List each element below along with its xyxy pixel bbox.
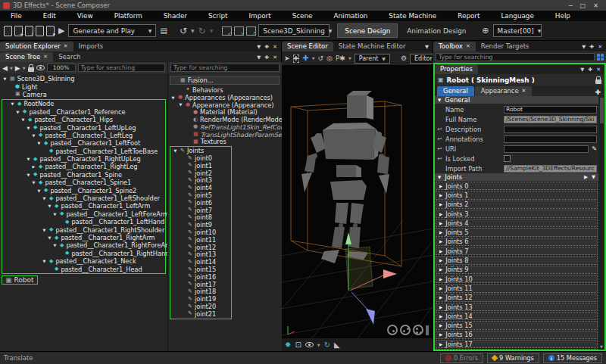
warnings-button[interactable]: 9 Warnings xyxy=(487,353,539,363)
tree-node[interactable]: ✎joint21 xyxy=(170,310,231,318)
expand-all-icon[interactable]: ▶ xyxy=(584,174,588,180)
tab-scene-editor[interactable]: Scene Editor xyxy=(282,42,333,51)
tree-node[interactable]: ▼◆pasted__Character1_LeftLeg xyxy=(2,132,165,139)
joints-group-row[interactable]: ▶Joints 2 xyxy=(436,201,598,209)
new-file-button[interactable] xyxy=(4,26,12,36)
tab-scene-tree[interactable]: Scene Tree✕ xyxy=(0,52,53,62)
maximize-button[interactable]: □ xyxy=(580,2,586,9)
tree-node[interactable]: ▼✎Joints xyxy=(170,147,231,154)
generate-play-select[interactable]: Generate and Play ▼ xyxy=(68,24,156,37)
dropdown-icon[interactable]: ▼ xyxy=(582,44,586,50)
expander-icon[interactable]: ▼ xyxy=(52,212,58,216)
expander-icon[interactable]: ▶ xyxy=(439,193,442,198)
expander-icon[interactable]: ▶ xyxy=(439,305,442,310)
build-list-icon[interactable]: ▤ xyxy=(158,26,168,35)
tree-node[interactable]: ▼●Appearances (Appearances) xyxy=(168,94,282,101)
add-file-button[interactable]: + xyxy=(14,26,23,36)
viewport-3d[interactable] xyxy=(282,65,433,338)
tree-node[interactable]: ▼◆pasted__Character1_RightShoulder xyxy=(2,226,165,233)
dropdown-icon[interactable]: ▼ xyxy=(425,44,429,50)
expander-icon[interactable]: ▼ xyxy=(15,110,20,114)
tree-node[interactable]: ▼◆pasted__Character1_LeftUpLeg xyxy=(2,123,165,131)
tree-node[interactable]: ▼◆pasted__Character1_Reference xyxy=(2,108,165,116)
play-icon[interactable]: ▶ xyxy=(57,26,66,36)
orbit-control-icon[interactable] xyxy=(413,325,423,335)
joints-group-row[interactable]: ▶Joints 5 xyxy=(436,228,598,236)
add-tab-icon[interactable]: ✚ xyxy=(595,89,602,96)
reset-icon[interactable]: ↩ xyxy=(436,155,443,162)
property-row[interactable]: ↩Annotations xyxy=(435,134,598,144)
tree-node[interactable]: ▣Camera xyxy=(0,91,167,98)
frame-select-icon[interactable]: ⊡ xyxy=(295,341,301,349)
refresh-view-icon[interactable]: ↻ xyxy=(324,341,330,349)
visibility-eye-icon[interactable] xyxy=(305,342,314,347)
expander-icon[interactable]: ▼ xyxy=(42,196,47,201)
tree-node[interactable]: ▼◆pasted__Character1_RightForeArm xyxy=(2,241,165,249)
orbit-control-icon[interactable] xyxy=(400,325,411,335)
joints-group-row[interactable]: ▶Joints 18 xyxy=(436,349,598,350)
undo-button[interactable]: ↺ xyxy=(178,26,189,36)
reset-icon[interactable]: ↩ xyxy=(436,135,443,142)
joints-group-row[interactable]: ▶Joints 3 xyxy=(436,210,598,218)
close-icon[interactable]: ✕ xyxy=(522,88,526,94)
tree-node[interactable]: ✎joint12 xyxy=(170,244,231,251)
tree-node[interactable]: ▼◆pasted__Character1_Spine xyxy=(2,171,165,179)
reset-icon[interactable]: ↩ xyxy=(436,145,443,152)
tree-node[interactable]: ▶◆pasted__Character1_RightLeg xyxy=(2,163,165,170)
redo-button[interactable]: ↻ xyxy=(197,26,208,36)
tree-node[interactable]: ▼◆pasted__Character1_Hips xyxy=(2,116,165,123)
tree-node[interactable]: ✦Behaviors xyxy=(168,86,282,94)
close-icon[interactable]: ✕ xyxy=(273,54,277,61)
tab-toolbox[interactable]: Toolbox✕ xyxy=(433,42,476,51)
tree-node[interactable]: ✎joint3 xyxy=(170,177,231,185)
expander-icon[interactable]: ▶ xyxy=(439,267,442,272)
expander-icon[interactable]: ▶ xyxy=(439,258,442,263)
tree-node[interactable]: ✎joint6 xyxy=(170,199,231,207)
paste-button[interactable]: ▾ xyxy=(46,26,55,36)
rotate-tool-icon[interactable]: ↺ xyxy=(318,55,324,62)
menu-script[interactable]: Script xyxy=(198,11,239,21)
joints-group-row[interactable]: ▶Joints 17 xyxy=(436,340,598,348)
tree-node[interactable]: ▼◆pasted__Character1_LeftFoot xyxy=(2,139,165,147)
joints-group-row[interactable]: ▶Joints 6 xyxy=(436,238,598,246)
menu-shader[interactable]: Shader xyxy=(153,11,198,21)
full-name-field[interactable] xyxy=(504,116,597,123)
expander-icon[interactable]: ▼ xyxy=(52,243,58,247)
tree-node[interactable]: ●Light xyxy=(0,82,167,90)
tree-node[interactable]: ✎joint9 xyxy=(170,221,231,229)
scene-export-button[interactable]: ↗ xyxy=(246,26,256,36)
gizmo-tool-icon[interactable]: ✚ xyxy=(302,54,308,62)
menu-file[interactable]: File xyxy=(0,11,33,21)
select-tool-icon[interactable]: ➤ xyxy=(284,55,290,62)
tree-node[interactable]: ▼◆pasted__Character1_Spine1 xyxy=(2,179,165,186)
scrollbar-down-icon[interactable]: ▼ xyxy=(600,344,603,349)
close-icon[interactable]: ✕ xyxy=(598,44,602,50)
gizmo-caret-icon[interactable]: ▼ xyxy=(312,56,315,61)
uri-field[interactable] xyxy=(504,145,589,153)
tree-node[interactable]: ✎joint10 xyxy=(170,229,231,236)
close-icon[interactable]: ✕ xyxy=(64,43,68,49)
expander-icon[interactable]: ▶ xyxy=(439,239,442,244)
joints-group-row[interactable]: ▶Joints 4 xyxy=(436,219,598,227)
menu-import[interactable]: Import xyxy=(238,11,281,21)
tree-node[interactable]: ✎joint8 xyxy=(170,214,231,222)
menu-scene[interactable]: Scene xyxy=(282,11,323,21)
expander-icon[interactable]: ▶ xyxy=(439,295,442,300)
expander-icon[interactable]: ▼ xyxy=(31,180,36,185)
expander-icon[interactable]: ▶ xyxy=(439,184,442,188)
tree-node[interactable]: ✎joint15 xyxy=(170,266,231,273)
close-icon[interactable]: ✕ xyxy=(596,67,601,73)
forward-caret-icon[interactable]: ▼ xyxy=(23,66,26,70)
menu-edit[interactable]: Edit xyxy=(33,11,67,21)
lock-icon[interactable] xyxy=(28,67,34,72)
tree-node[interactable]: ◆pasted__Character1_LeftToeBase xyxy=(2,148,165,155)
expander-icon[interactable]: ▶ xyxy=(439,277,442,282)
section-general[interactable]: ▼ General xyxy=(435,96,598,104)
tree-node[interactable]: ✎joint20 xyxy=(170,303,231,310)
pin-icon[interactable]: ✚ xyxy=(588,67,592,73)
orbit-controls[interactable] xyxy=(387,325,429,335)
tree-node[interactable]: ▼◆pasted__Character1_RightUpLeg xyxy=(2,155,165,163)
orbit-tool-icon[interactable]: ◎ xyxy=(326,55,333,62)
expander-icon[interactable]: ▶ xyxy=(439,230,442,235)
expander-icon[interactable]: ▶ xyxy=(439,286,442,291)
